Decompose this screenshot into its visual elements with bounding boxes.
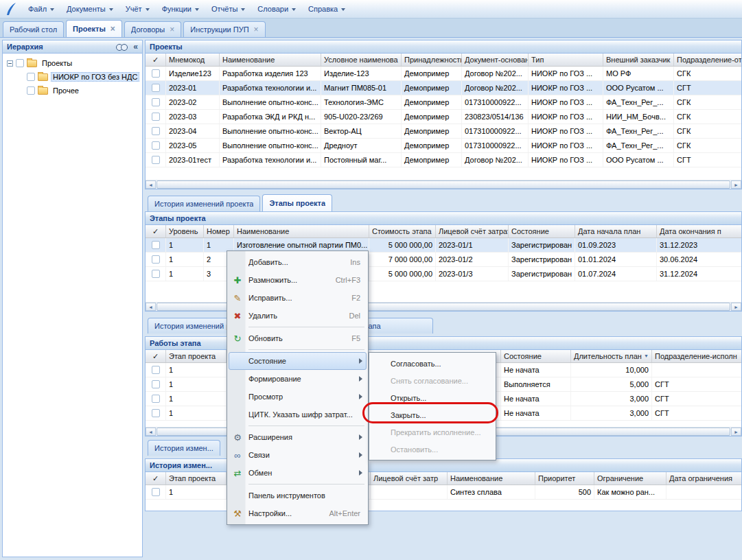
menu-item-citk-cost-code[interactable]: ЦИТК. Указать шифр затрат... [229,406,367,423]
menu-item-state[interactable]: Состояние [229,352,367,370]
column-header-department[interactable]: Подразделение-от [674,54,742,66]
grid-row[interactable]: 2023-03Разработка ЭКД и РКД н...905-U020… [146,110,741,124]
column-header-limit[interactable]: Ограничение [594,472,666,485]
column-header-account[interactable]: Лицевой счёт затр [371,472,448,485]
menu-item-file[interactable]: Файл [22,2,60,16]
column-header-number[interactable]: Номер [204,225,234,237]
scroll-left-button[interactable]: ◄ [146,303,156,311]
menu-item-formation[interactable]: Формирование [229,370,367,388]
row-checkbox[interactable] [152,127,160,135]
column-header-select[interactable]: ✓ [146,225,166,237]
column-header-name[interactable]: Наименование [234,225,369,237]
tab-close-icon[interactable]: × [170,26,174,33]
column-header-limit_date[interactable]: Дата ограничения [666,472,742,485]
projects-hscrollbar[interactable]: ◄ ► [146,180,741,189]
column-header-department[interactable]: Подразделение-исполн [652,350,742,362]
collapse-panel-icon[interactable]: « [133,42,138,51]
row-checkbox[interactable] [152,156,160,164]
grid-row[interactable]: 2023-01тестРазработка технологии и...Пос… [146,153,741,167]
menu-item-functions[interactable]: Функции [156,2,205,16]
row-checkbox[interactable] [152,366,160,374]
column-header-state[interactable]: Состояние [501,350,571,362]
grid-row[interactable]: 2023-05Выполнение опытно-конс...Дредноут… [146,139,741,153]
menu-item-reports[interactable]: Отчёты [205,2,251,16]
row-checkbox[interactable] [152,409,160,417]
column-header-doc[interactable]: Документ-основан [462,54,529,66]
row-checkbox[interactable] [152,241,160,249]
menu-item-delete[interactable]: ✖УдалитьDel [229,307,367,325]
menu-item-toolbar-panel[interactable]: Панель инструментов [229,487,367,504]
menu-item-help[interactable]: Справка [302,2,351,16]
menu-item-links[interactable]: ∞Связи [229,446,367,464]
stages-tab-project-history[interactable]: История изменений проекта [148,196,260,211]
tree-expander-icon[interactable] [7,60,13,67]
menu-item-accounting[interactable]: Учёт [119,2,156,16]
scroll-left-button[interactable]: ◄ [146,428,156,436]
column-header-select[interactable]: ✓ [146,54,166,66]
row-checkbox[interactable] [152,113,160,121]
column-header-belong[interactable]: Принадлежность [402,54,462,66]
column-header-state[interactable]: Состояние [509,225,575,237]
row-checkbox[interactable] [152,395,160,403]
column-header-duration[interactable]: Длительность план▼ [571,350,652,362]
column-header-stage[interactable]: Этап проекта [166,472,227,485]
main-tab-projects[interactable]: Проекты× [66,20,122,37]
row-checkbox[interactable] [152,69,160,78]
tree-checkbox[interactable] [27,73,35,81]
column-header-end[interactable]: Дата окончания п [657,225,742,237]
column-header-account[interactable]: Лицевой счёт затрат [436,225,509,237]
scroll-right-button[interactable]: ► [731,303,741,311]
column-header-customer[interactable]: Внешний заказчик [603,54,674,66]
tree-checkbox[interactable] [27,86,35,95]
history-tab-work-history[interactable]: История измен... [148,440,220,456]
menu-item-approve[interactable]: Согласовать... [371,355,494,372]
menu-item-view[interactable]: Просмотр [229,388,367,406]
row-checkbox[interactable] [152,98,160,106]
column-header-name[interactable]: Наименование [220,54,321,66]
scroll-thumb[interactable] [156,180,730,189]
menu-item-edit[interactable]: ✎Исправить...F2 [229,289,367,307]
tree-node-niokr-goz-no-vat[interactable]: НИОКР по ГОЗ без НДС [3,70,142,84]
column-header-select[interactable]: ✓ [146,472,166,485]
scroll-left-button[interactable]: ◄ [146,180,156,189]
column-header-level[interactable]: Уровень [166,225,204,237]
row-checkbox[interactable] [152,380,160,388]
row-checkbox[interactable] [152,141,160,150]
column-header-mnemo[interactable]: Мнемокод [166,54,220,66]
menu-item-exchange[interactable]: ⇄Обмен [229,464,367,482]
column-header-cost[interactable]: Стоимость этапа [369,225,436,237]
tree-node-projects-root[interactable]: Проекты [3,56,142,70]
column-header-select[interactable]: ✓ [146,350,166,362]
menu-item-settings[interactable]: ⚒Настройки...Alt+Enter [229,504,367,522]
search-binoculars-icon[interactable] [116,44,128,50]
menu-item-extensions[interactable]: ⚙Расширения [229,428,367,446]
menu-item-duplicate[interactable]: ✚Размножить...Ctrl+F3 [229,271,367,289]
grid-row[interactable]: 2023-02Выполнение опытно-конс...Технолог… [146,95,741,110]
tab-close-icon[interactable]: × [254,26,259,33]
row-checkbox[interactable] [152,270,160,278]
row-checkbox[interactable] [152,255,160,264]
main-tab-contracts[interactable]: Договоры× [124,21,181,37]
column-header-priority[interactable]: Приоритет [535,472,594,485]
stages-tab-project-stages[interactable]: Этапы проекта [262,194,332,211]
scroll-right-button[interactable]: ► [731,428,741,436]
column-header-start[interactable]: Дата начала план [575,225,657,237]
row-checkbox[interactable] [152,488,160,496]
tab-close-icon[interactable]: × [111,25,115,32]
main-tab-pup-instructions[interactable]: Инструкции ПУП× [183,21,265,37]
column-header-name[interactable]: Наименование [448,472,535,485]
menu-item-add[interactable]: Добавить...Ins [229,253,367,271]
column-header-stage[interactable]: Этап проекта [166,350,227,362]
row-checkbox[interactable] [152,84,160,92]
tree-checkbox[interactable] [16,59,24,67]
grid-row[interactable]: 2023-04Выполнение опытно-конс...Вектор-А… [146,124,741,139]
menu-item-documents[interactable]: Документы [60,2,119,16]
menu-item-dictionaries[interactable]: Словари [251,2,302,16]
main-tab-desktop[interactable]: Рабочий стол [3,21,64,37]
grid-row[interactable]: 2023-01Разработка технологии и...Магнит … [146,81,741,95]
column-header-alias[interactable]: Условное наименова [321,54,402,66]
tree-node-other[interactable]: Прочее [3,84,142,97]
column-header-type[interactable]: Тип [529,54,603,66]
menu-item-refresh[interactable]: ↻ОбновитьF5 [229,329,367,347]
grid-row[interactable]: Изделие123Разработка изделия 123Изделие-… [146,67,741,81]
